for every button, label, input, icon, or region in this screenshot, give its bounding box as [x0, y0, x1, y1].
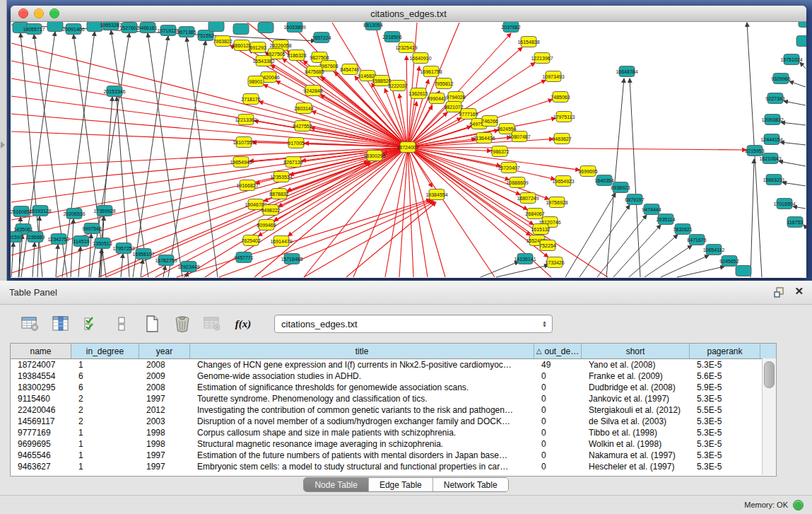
graph-node[interactable]: 8267130: [283, 157, 302, 168]
graph-node[interactable]: [799, 22, 806, 28]
graph-node[interactable]: 8222037: [388, 81, 407, 91]
graph-edge[interactable]: [406, 56, 408, 147]
graph-edge[interactable]: [661, 255, 709, 277]
graph-node[interactable]: 891293: [249, 42, 266, 53]
graph-node[interactable]: 9990443: [427, 93, 446, 104]
graph-node[interactable]: 7955812: [434, 78, 453, 89]
graph-node[interactable]: 16648784: [616, 66, 637, 77]
graph-node[interactable]: 20153346: [103, 86, 125, 97]
graph-edge[interactable]: [71, 219, 73, 277]
graph-node[interactable]: 12093832: [761, 115, 783, 125]
graph-node[interactable]: 12213967: [531, 53, 553, 64]
graph-node[interactable]: 15720407: [498, 163, 519, 173]
graph-node[interactable]: 9245652: [719, 256, 739, 267]
graph-node[interactable]: 9329966: [771, 74, 790, 84]
graph-edge[interactable]: [148, 33, 182, 277]
graph-edge[interactable]: [800, 62, 806, 69]
graph-node[interactable]: 16961758: [420, 66, 442, 77]
function-builder-icon[interactable]: f(x): [233, 313, 254, 334]
graph-edge[interactable]: [99, 97, 112, 277]
graph-node[interactable]: 10973493: [542, 71, 564, 82]
graph-node[interactable]: 2037682: [501, 22, 520, 33]
graph-node[interactable]: 1156889: [26, 232, 45, 243]
graph-node[interactable]: 19166827: [236, 180, 258, 191]
graph-edge[interactable]: [629, 235, 678, 277]
graph-node[interactable]: 9242848: [303, 86, 322, 96]
close-panel-icon[interactable]: ✕: [794, 285, 804, 298]
column-header-name[interactable]: name: [11, 344, 71, 358]
graph-node[interactable]: 9498222: [261, 205, 280, 216]
graph-node[interactable]: 17957253: [112, 243, 134, 254]
graph-node[interactable]: 16640910: [409, 53, 431, 64]
graph-node[interactable]: 9457771: [234, 252, 253, 263]
graph-node[interactable]: 2718176: [241, 94, 260, 105]
graph-node[interactable]: 18807249: [517, 193, 539, 204]
graph-node[interactable]: 10719125: [157, 25, 179, 36]
table-row[interactable]: 969969511998Structural magnetic resonanc…: [11, 438, 776, 450]
graph-node[interactable]: 20091406: [62, 24, 84, 35]
graph-edge[interactable]: [781, 122, 806, 125]
table-settings-icon[interactable]: [20, 313, 41, 334]
table-row[interactable]: 977716911998Corpus callosum shape and si…: [11, 427, 776, 438]
column-header-out_de[interactable]: △out_de…: [534, 344, 582, 358]
graph-edge[interactable]: [645, 245, 692, 277]
graph-node[interactable]: 12342757: [47, 234, 69, 245]
graph-edge[interactable]: [780, 142, 806, 145]
tab-node-table[interactable]: Node Table: [304, 478, 369, 491]
new-column-icon[interactable]: [141, 313, 163, 334]
graph-edge[interactable]: [133, 36, 168, 277]
graph-node[interactable]: [736, 266, 751, 276]
graph-node[interactable]: 9699695: [578, 166, 597, 177]
graph-node[interactable]: 12325419: [395, 42, 417, 53]
graph-node[interactable]: 1615132: [531, 224, 550, 235]
graph-node[interactable]: 17016504: [773, 199, 795, 209]
graph-node[interactable]: [258, 23, 273, 33]
graph-node[interactable]: 9463627: [552, 134, 571, 144]
graph-node[interactable]: 746266: [481, 116, 498, 127]
select-checks-icon[interactable]: [81, 313, 102, 334]
graph-edge[interactable]: [789, 81, 806, 87]
scrollbar-thumb[interactable]: [764, 361, 775, 388]
graph-edge[interactable]: [793, 206, 806, 209]
graph-node[interactable]: 2803144: [294, 103, 313, 114]
graph-edge[interactable]: [11, 147, 408, 167]
graph-node[interactable]: 8186328: [287, 50, 306, 61]
graph-node[interactable]: 9474444: [642, 204, 661, 215]
graph-edge[interactable]: [613, 225, 661, 277]
graph-node[interactable]: 2218506: [382, 32, 401, 42]
tab-network-table[interactable]: Network Table: [433, 478, 508, 491]
graph-edge[interactable]: [565, 193, 616, 277]
column-header-in_degree[interactable]: in_degree: [71, 344, 139, 358]
table-row[interactable]: 946362711997Embryonic stem cells: a mode…: [11, 461, 776, 472]
graph-node[interactable]: 21364436: [473, 133, 495, 144]
table-row[interactable]: 1830029562008Estimation of significance …: [11, 382, 776, 393]
graph-node[interactable]: 9794028: [446, 92, 465, 103]
graph-node[interactable]: 15193128: [29, 206, 51, 216]
graph-node[interactable]: 16033809: [283, 22, 305, 33]
graph-node[interactable]: [233, 24, 249, 35]
graph-node[interactable]: 12923448: [177, 262, 199, 272]
graph-node[interactable]: 391591: [11, 232, 23, 243]
graph-node[interactable]: 16958107: [132, 249, 154, 259]
graph-node[interactable]: 14136141: [514, 254, 536, 264]
graph-node[interactable]: 19756928: [546, 197, 567, 208]
graph-node[interactable]: 18107553: [233, 137, 254, 148]
graph-node[interactable]: 8860128: [232, 40, 251, 51]
graph-node[interactable]: 752254: [539, 240, 555, 251]
graph-node[interactable]: 1733426: [545, 257, 564, 268]
graph-node[interactable]: 2935114: [657, 214, 676, 225]
graph-node[interactable]: 7857224: [312, 33, 331, 43]
graph-node[interactable]: 7986372: [490, 146, 509, 157]
column-header-pagerank[interactable]: pagerank: [690, 344, 760, 358]
graph-node[interactable]: 114519: [73, 236, 90, 247]
graph-edge[interactable]: [56, 245, 58, 277]
graph-node[interactable]: 10688609: [506, 177, 528, 188]
graph-edge[interactable]: [163, 266, 165, 277]
graph-node[interactable]: 116753: [787, 217, 804, 228]
graph-node[interactable]: [47, 22, 63, 32]
graph-node[interactable]: 8215953: [745, 146, 764, 156]
graph-edge[interactable]: [784, 101, 806, 105]
graph-node[interactable]: 10654112: [703, 245, 725, 255]
graph-node[interactable]: 15693231: [763, 175, 784, 185]
graph-node[interactable]: 7485063: [551, 92, 570, 103]
